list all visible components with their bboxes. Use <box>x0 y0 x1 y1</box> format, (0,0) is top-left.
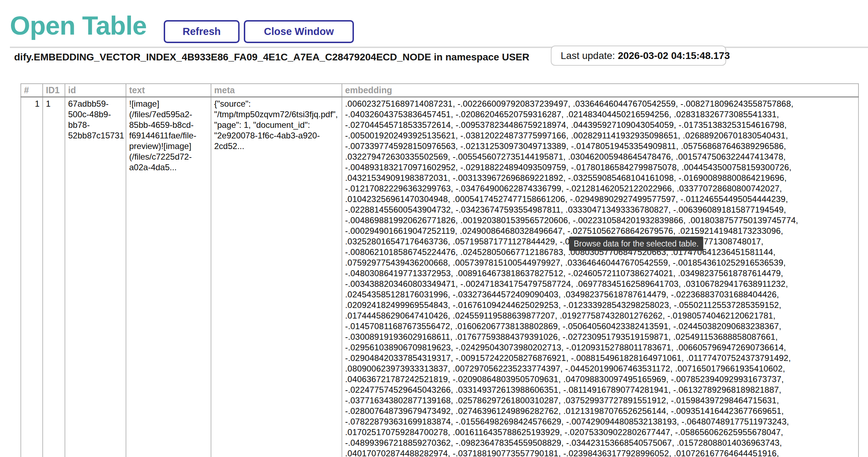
cell-id: 67adbb59- 500c-48b9- bb78- 52bb87c15731 <box>65 97 126 457</box>
refresh-button[interactable]: Refresh <box>164 20 240 43</box>
column-header-meta[interactable]: meta <box>211 84 342 97</box>
last-update-badge: Last update: 2026-03-02 04:15:48.173 <box>551 46 726 66</box>
browse-data-tooltip: Browse data for the selected table. <box>569 237 703 251</box>
cell-text: ![image] (/files/7ed595a2- 85bb-4659-b8c… <box>126 97 211 457</box>
column-header-embedding[interactable]: embedding <box>342 84 858 97</box>
column-header-id[interactable]: id <box>65 84 126 97</box>
cell-rownum: 1 <box>21 97 43 457</box>
table-fullname-label: dify.EMBEDDING_VECTOR_INDEX_4B933E86_FA0… <box>14 52 529 63</box>
header-divider <box>10 47 868 48</box>
column-header-text[interactable]: text <box>126 84 211 97</box>
grid-header-row: # ID1 id text meta embedding <box>21 84 858 97</box>
close-window-button[interactable]: Close Window <box>244 20 354 43</box>
toolbar: Refresh Close Window <box>164 20 354 43</box>
page-title: Open Table <box>10 11 146 41</box>
column-header-id1[interactable]: ID1 <box>43 84 65 97</box>
cell-meta: {"source": "/tmp/tmp50zqvm72/6tsi3fjq.pd… <box>211 97 342 457</box>
last-update-timestamp: 2026-03-02 04:15:48.173 <box>618 50 730 61</box>
data-grid: # ID1 id text meta embedding 1 1 67adbb5… <box>20 83 859 457</box>
column-header-rownum[interactable]: # <box>21 84 43 97</box>
cell-embedding: .0060232751689714087231, -.0022660097920… <box>342 97 858 457</box>
last-update-label: Last update: <box>561 50 618 61</box>
table-row[interactable]: 1 1 67adbb59- 500c-48b9- bb78- 52bb87c15… <box>21 97 858 457</box>
cell-id1: 1 <box>43 97 65 457</box>
